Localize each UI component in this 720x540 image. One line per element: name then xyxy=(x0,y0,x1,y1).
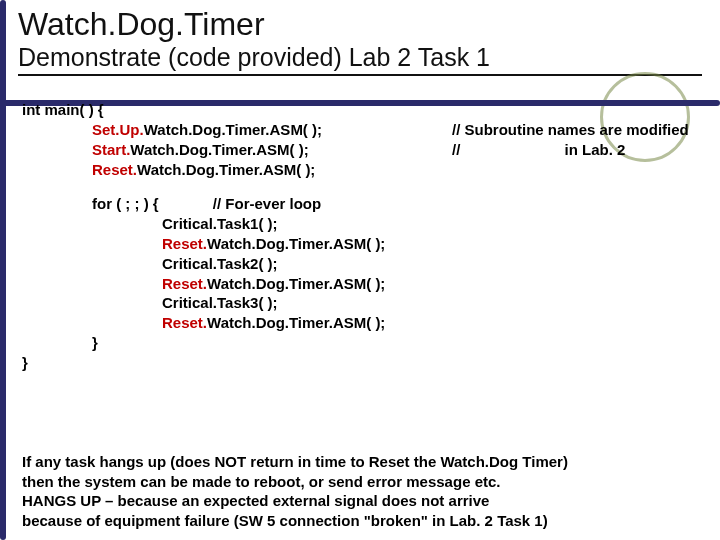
code-line: } xyxy=(92,334,98,351)
footer-line: then the system can be made to reboot, o… xyxy=(22,473,500,490)
footer-note: If any task hangs up (does NOT return in… xyxy=(22,452,698,530)
code-comment: // in Lab. 2 xyxy=(452,141,625,158)
code-keyword: Reset. xyxy=(162,235,207,252)
code-line: Critical.Task1( ); xyxy=(162,215,278,232)
code-line: Critical.Task2( ); xyxy=(162,255,278,272)
code-content: int main( ) { Set.Up.Watch.Dog.Timer.ASM… xyxy=(0,76,720,383)
code-keyword: Reset. xyxy=(162,275,207,292)
code-keyword: Reset. xyxy=(92,161,137,178)
code-line: Watch.Dog.Timer.ASM( ); xyxy=(144,121,322,138)
code-line: } xyxy=(22,354,28,371)
code-line: Watch.Dog.Timer.ASM( ); xyxy=(207,314,385,331)
code-keyword: Start. xyxy=(92,141,130,158)
code-line: Watch.Dog.Timer.ASM( ); xyxy=(137,161,315,178)
code-comment: // For-ever loop xyxy=(213,195,321,212)
slide-title: Watch.Dog.Timer xyxy=(18,6,702,43)
footer-line: HANGS UP – because an expected external … xyxy=(22,492,489,509)
title-block: Watch.Dog.Timer Demonstrate (code provid… xyxy=(0,0,720,76)
code-keyword: Set.Up. xyxy=(92,121,144,138)
code-comment: // Subroutine names are modified xyxy=(452,121,689,138)
code-keyword: Reset. xyxy=(162,314,207,331)
code-line: Critical.Task3( ); xyxy=(162,294,278,311)
code-line: Watch.Dog.Timer.ASM( ); xyxy=(207,275,385,292)
code-line: for ( ; ; ) { xyxy=(92,195,159,212)
code-line: int main( ) { xyxy=(22,101,104,118)
footer-line: because of equipment failure (SW 5 conne… xyxy=(22,512,548,529)
footer-line: If any task hangs up (does NOT return in… xyxy=(22,453,568,470)
code-line: Watch.Dog.Timer.ASM( ); xyxy=(130,141,308,158)
code-line: Watch.Dog.Timer.ASM( ); xyxy=(207,235,385,252)
slide-subtitle: Demonstrate (code provided) Lab 2 Task 1 xyxy=(18,43,702,76)
